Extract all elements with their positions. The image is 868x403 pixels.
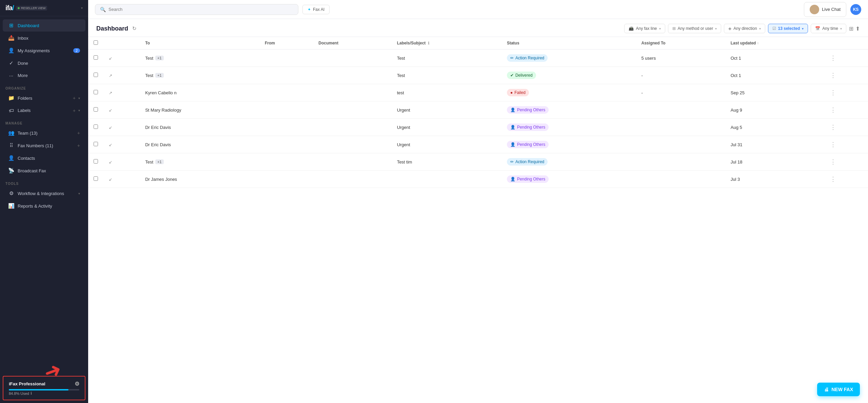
status-badge: 👤 Pending Others [507, 175, 549, 183]
row-checkbox-0[interactable] [94, 55, 98, 60]
sidebar-item-fax-numbers[interactable]: ⠿ Fax Numbers (11) + [3, 139, 85, 152]
row-checkbox-2[interactable] [94, 90, 98, 94]
row-status-cell: ● Failed [501, 84, 636, 101]
sidebar-item-folders[interactable]: 📁 Folders + ▾ [3, 92, 85, 104]
row-more-icon[interactable]: ⋮ [830, 55, 836, 61]
sidebar-chevron-icon[interactable]: ▾ [81, 6, 83, 10]
topbar: 🔍 ✦ Fax AI Live Chat KS [88, 0, 868, 19]
grid-view-icon[interactable]: ⊞ [849, 25, 853, 32]
sidebar-item-reports[interactable]: 📊 Reports & Activity [3, 200, 85, 212]
header-labels[interactable]: Labels/Subject ℹ [392, 37, 501, 50]
row-label-cell: test [392, 84, 501, 101]
status-badge: ✔ Delivered [507, 72, 536, 79]
sidebar-item-labels[interactable]: 🏷 Labels + ▾ [3, 104, 85, 116]
inbox-icon: 📥 [8, 35, 14, 41]
row-document-cell [313, 84, 391, 101]
row-checkbox-cell [88, 153, 103, 171]
direction-filter[interactable]: ◈ Any direction ▾ [724, 24, 765, 33]
row-to-name: Test [145, 73, 153, 78]
header-last-updated[interactable]: Last updated ↑ [725, 37, 825, 50]
dashboard-icon: ⊞ [8, 22, 14, 28]
header-document[interactable]: Document [313, 37, 391, 50]
labels-chevron-icon[interactable]: ▾ [78, 109, 80, 112]
row-direction-cell: ↗ [103, 67, 140, 84]
search-box[interactable]: 🔍 [95, 4, 298, 15]
row-more-icon[interactable]: ⋮ [830, 158, 836, 165]
direction-icon: ◈ [728, 26, 731, 31]
sidebar-item-more[interactable]: ··· More [3, 70, 85, 81]
dashboard-label: Dashboard [18, 23, 39, 28]
row-from-cell [259, 171, 313, 188]
sidebar-item-broadcast-fax[interactable]: 📡 Broadcast Fax [3, 165, 85, 177]
method-user-label: Any method or user [678, 26, 713, 31]
row-checkbox-7[interactable] [94, 176, 98, 181]
user-avatar[interactable]: KS [850, 4, 861, 15]
row-checkbox-5[interactable] [94, 142, 98, 146]
row-more-icon[interactable]: ⋮ [830, 176, 836, 183]
fax-ai-icon: ✦ [308, 7, 311, 12]
team-plus-icon[interactable]: + [77, 130, 80, 136]
folders-label: Folders [18, 96, 32, 101]
direction-arrow-icon: ↙ [109, 177, 112, 182]
search-input[interactable] [108, 7, 293, 12]
row-assigned-cell [636, 153, 725, 171]
sidebar-item-done[interactable]: ✓ Done [3, 57, 85, 69]
labels-plus-icon[interactable]: + [73, 108, 76, 113]
row-checkbox-1[interactable] [94, 73, 98, 77]
status-badge: 👤 Pending Others [507, 141, 549, 148]
sidebar-item-team[interactable]: 👥 Team (13) + [3, 127, 85, 139]
fax-numbers-plus-icon[interactable]: + [77, 143, 80, 148]
row-to-cell: Dr Eric Davis [140, 119, 259, 136]
upload-icon[interactable]: ⬆ [855, 25, 860, 32]
done-icon: ✓ [8, 60, 14, 66]
fax-line-filter[interactable]: 📠 Any fax line ▾ [624, 24, 665, 33]
row-checkbox-6[interactable] [94, 159, 98, 164]
row-more-icon[interactable]: ⋮ [830, 141, 836, 148]
gear-icon[interactable]: ⚙ [75, 381, 79, 387]
row-assigned-cell: 5 users [636, 50, 725, 67]
header-assigned-to[interactable]: Assigned To [636, 37, 725, 50]
new-fax-button[interactable]: 🖨 NEW FAX [817, 383, 860, 396]
row-status-cell: ✏ Action Required [501, 50, 636, 67]
row-more-icon[interactable]: ⋮ [830, 124, 836, 131]
direction-arrow-icon: ↙ [109, 125, 112, 130]
select-all-checkbox[interactable] [94, 40, 98, 45]
row-label-cell: Urgent [392, 136, 501, 153]
live-chat-button[interactable]: Live Chat [804, 2, 846, 17]
header-status[interactable]: Status [501, 37, 636, 50]
sidebar-item-my-assignments[interactable]: 👤 My Assignments 2 [3, 44, 85, 57]
avatar-initials: KS [853, 7, 859, 12]
sidebar-nav: ⊞ Dashboard 📥 Inbox 👤 My Assignments 2 ✓… [0, 16, 88, 373]
direction-arrow-icon: ↗ [109, 73, 112, 78]
row-more-icon[interactable]: ⋮ [830, 107, 836, 113]
folders-plus-icon[interactable]: + [73, 95, 76, 101]
refresh-icon[interactable]: ↻ [132, 25, 137, 32]
row-more-icon[interactable]: ⋮ [830, 89, 836, 96]
sidebar-item-contacts[interactable]: 👤 Contacts [3, 152, 85, 164]
time-filter[interactable]: 📅 Any time ▾ [811, 24, 846, 33]
row-checkbox-cell [88, 67, 103, 84]
my-assignments-label: My Assignments [18, 48, 50, 53]
row-document-cell [313, 136, 391, 153]
row-updated-cell: Jul 31 [725, 136, 825, 153]
new-fax-icon: 🖨 [824, 387, 829, 392]
time-icon: 📅 [815, 26, 820, 31]
table-row: ↙ Test +1 Test ✏ Action Required 5 users… [88, 50, 868, 67]
fax-ai-button[interactable]: ✦ Fax AI [302, 5, 330, 14]
topbar-right: Live Chat KS [804, 2, 861, 17]
sidebar-item-workflow[interactable]: ⚙ Workflow & Integrations ▾ [3, 187, 85, 199]
row-checkbox-4[interactable] [94, 124, 98, 129]
selected-filter[interactable]: ☑ 13 selected ▾ [768, 24, 808, 33]
row-updated-cell: Aug 9 [725, 101, 825, 119]
header-from[interactable]: From [259, 37, 313, 50]
row-updated-cell: Jul 18 [725, 153, 825, 171]
row-more-icon[interactable]: ⋮ [830, 72, 836, 79]
folders-chevron-icon[interactable]: ▾ [78, 96, 80, 100]
sidebar-item-inbox[interactable]: 📥 Inbox [3, 32, 85, 44]
method-user-filter[interactable]: ⊞ Any method or user ▾ [668, 24, 722, 33]
row-checkbox-3[interactable] [94, 107, 98, 112]
sidebar-item-dashboard[interactable]: ⊞ Dashboard [3, 19, 85, 32]
row-assigned-cell [636, 119, 725, 136]
header-to[interactable]: To [140, 37, 259, 50]
method-icon: ⊞ [672, 26, 676, 31]
